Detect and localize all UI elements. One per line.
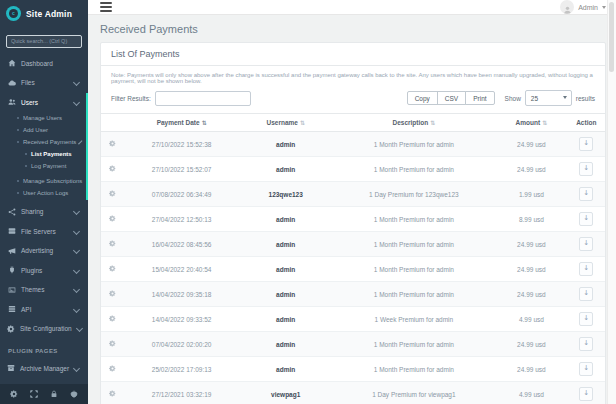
show-select[interactable]: 25 <box>525 90 572 106</box>
sort-icon[interactable]: ⇅ <box>542 119 547 126</box>
sidebar-item-label: File Servers <box>21 228 69 235</box>
row-action-button[interactable]: ↓ <box>579 162 593 176</box>
payment-date-cell: 07/04/2022 02:00:20 <box>124 332 238 357</box>
print-button[interactable]: Print <box>465 91 494 105</box>
amount-cell: 24.99 usd <box>495 257 567 282</box>
row-action-button[interactable]: ↓ <box>579 212 593 226</box>
bullet-icon <box>17 141 19 143</box>
sidebar-item-api[interactable]: API <box>0 300 88 320</box>
sidebar-item-label: Users <box>21 99 69 106</box>
avatar <box>560 0 574 14</box>
amount-cell: 24.99 usd <box>495 232 567 257</box>
payment-date-cell: 14/04/2022 09:33:52 <box>124 307 238 332</box>
sidebar-item-label: Add User <box>23 127 88 133</box>
hamburger-menu-icon[interactable] <box>98 0 114 14</box>
description-cell: 1 Month Premium for admin <box>333 332 496 357</box>
username-cell: 123qwe123 <box>239 182 333 207</box>
csv-button[interactable]: CSV <box>437 91 466 105</box>
table-row: 27/12/2021 03:32:19viewpag11 Day Premium… <box>101 382 605 404</box>
scrollbar[interactable] <box>607 0 616 404</box>
gear-icon[interactable] <box>10 390 18 398</box>
gateway-icon <box>109 140 116 147</box>
lock-icon[interactable] <box>50 390 58 398</box>
row-action-button[interactable]: ↓ <box>579 237 593 251</box>
description-cell: 1 Day Premium for viewpag1 <box>333 382 496 404</box>
scrollbar-thumb[interactable] <box>609 2 614 72</box>
username-cell: admin <box>239 357 333 382</box>
sidebar-item-file-servers[interactable]: File Servers <box>0 222 88 242</box>
sidebar-item-users[interactable]: Users <box>0 93 88 113</box>
users-icon <box>7 98 16 106</box>
column-header-amount[interactable]: Amount⇅ <box>495 114 567 132</box>
sidebar-item-dashboard[interactable]: Dashboard <box>0 54 88 74</box>
row-action-button[interactable]: ↓ <box>579 387 593 401</box>
amount-cell: 1.99 usd <box>495 182 567 207</box>
power-icon[interactable] <box>70 390 78 398</box>
share-icon <box>7 208 16 216</box>
sidebar-item-label: Log Payment <box>31 163 88 169</box>
table-row: 27/04/2022 12:50:13admin1 Month Premium … <box>101 207 605 232</box>
column-header-description[interactable]: Description⇅ <box>333 114 496 132</box>
chevron-down-icon <box>73 365 80 372</box>
sidebar-item-received-payments[interactable]: Received Payments <box>0 136 88 148</box>
sidebar-item-manage-users[interactable]: Manage Users <box>0 112 88 124</box>
sidebar-item-site-configuration[interactable]: Site Configuration <box>0 319 88 339</box>
column-header-payment-date[interactable]: Payment Date⇅ <box>124 114 238 132</box>
row-action-button[interactable]: ↓ <box>579 262 593 276</box>
sidebar-item-log-payment[interactable]: Log Payment <box>8 160 88 172</box>
table-row: 27/10/2022 15:52:07admin1 Month Premium … <box>101 157 605 182</box>
sidebar-item-advertising[interactable]: Advertising <box>0 241 88 261</box>
username-cell: admin <box>239 232 333 257</box>
sort-icon[interactable]: ⇅ <box>430 119 435 126</box>
sidebar-item-label: Sharing <box>21 208 69 215</box>
payment-date-cell: 27/12/2021 03:32:19 <box>124 382 238 404</box>
row-action-button[interactable]: ↓ <box>579 362 593 376</box>
gateway-icon <box>109 240 116 247</box>
sidebar-item-themes[interactable]: Themes <box>0 280 88 300</box>
sidebar-item-label: Plugins <box>21 267 69 274</box>
column-header-username[interactable]: Username⇅ <box>239 114 333 132</box>
gear-icon <box>7 325 15 333</box>
sidebar-item-label: Manage Users <box>23 115 88 121</box>
row-action-button[interactable]: ↓ <box>579 137 593 151</box>
sidebar-item-plugins[interactable]: Plugins <box>0 261 88 281</box>
sidebar: c Site Admin DashboardFilesUsersManage U… <box>0 0 88 404</box>
sidebar-item-files[interactable]: Files <box>0 73 88 93</box>
expand-icon[interactable] <box>30 390 38 398</box>
image-icon <box>7 286 16 294</box>
sort-icon[interactable]: ⇅ <box>300 119 305 126</box>
amount-cell: 4.99 usd <box>495 307 567 332</box>
brand[interactable]: c Site Admin <box>0 0 88 27</box>
username-cell: viewpag1 <box>239 382 333 404</box>
sidebar-item-list-payments[interactable]: List Payments <box>8 148 88 160</box>
user-name: Admin <box>578 4 598 11</box>
row-action-button[interactable]: ↓ <box>579 337 593 351</box>
description-cell: 1 Month Premium for admin <box>333 132 496 157</box>
table-row: 25/02/2022 17:09:13admin1 Month Premium … <box>101 357 605 382</box>
quick-search-input[interactable] <box>6 35 82 48</box>
sidebar-item-sharing[interactable]: Sharing <box>0 202 88 222</box>
page-title: Received Payments <box>88 15 616 42</box>
sidebar-item-user-action-logs[interactable]: User Action Logs <box>0 187 88 199</box>
chevron-down-icon <box>73 286 80 293</box>
username-cell: admin <box>239 332 333 357</box>
sidebar-item-label: User Action Logs <box>23 190 88 196</box>
row-action-button[interactable]: ↓ <box>579 287 593 301</box>
user-menu[interactable]: Admin <box>560 0 606 14</box>
sidebar-item-add-user[interactable]: Add User <box>0 124 88 136</box>
sidebar-item-archive-manager[interactable]: Archive Manager <box>0 359 88 379</box>
payment-date-cell: 27/10/2022 15:52:07 <box>124 157 238 182</box>
username-cell: admin <box>239 207 333 232</box>
filter-input[interactable] <box>155 91 251 106</box>
row-action-button[interactable]: ↓ <box>579 187 593 201</box>
sidebar-item-manage-subscriptions[interactable]: Manage Subscriptions <box>0 175 88 187</box>
username-cell: admin <box>239 307 333 332</box>
row-action-button[interactable]: ↓ <box>579 312 593 326</box>
payment-date-cell: 15/04/2022 20:40:54 <box>124 257 238 282</box>
brand-logo-icon: c <box>6 6 21 21</box>
chevron-down-icon <box>602 6 606 9</box>
sort-icon[interactable]: ⇅ <box>202 119 207 126</box>
column-header-action[interactable]: Action <box>568 114 605 132</box>
gateway-icon <box>109 365 116 372</box>
copy-button[interactable]: Copy <box>407 91 438 105</box>
